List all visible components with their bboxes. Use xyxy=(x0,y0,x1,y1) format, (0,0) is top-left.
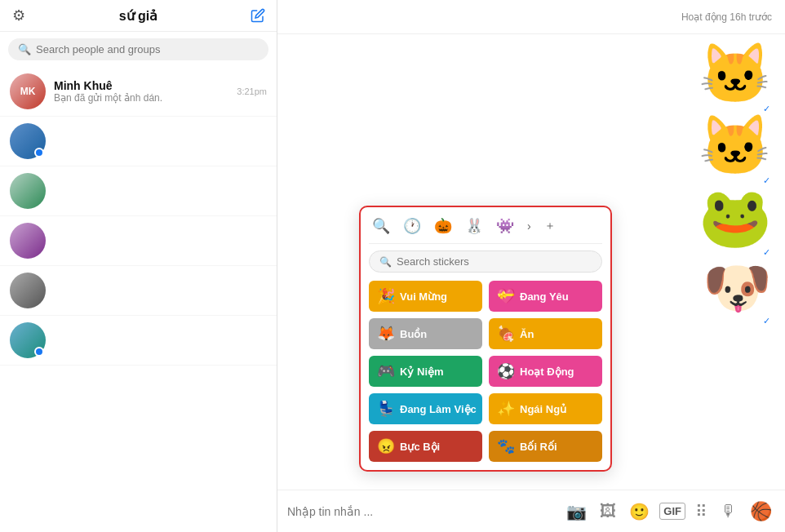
sticker-cat-ngu-button[interactable]: ✨ Ngái Ngủ xyxy=(489,393,602,424)
contact-preview: Bạn đã gửi một ảnh dán. xyxy=(54,92,230,104)
search-bar: 🔍 xyxy=(0,32,277,67)
sidebar-header: ⚙ sứ giả xyxy=(0,0,277,32)
sticker-cat-hoat-button[interactable]: ⚽ Hoạt Động xyxy=(489,356,602,387)
camera-icon[interactable]: 📷 xyxy=(563,500,590,523)
cat-vui-icon: 🎉 xyxy=(377,287,395,305)
cat-an-label: Ăn xyxy=(520,328,534,340)
cat-an-icon: 🍖 xyxy=(497,325,515,343)
settings-icon[interactable]: ⚙ xyxy=(10,7,28,24)
cat-yeu-label: Đang Yêu xyxy=(520,290,569,303)
cat-ngu-label: Ngái Ngủ xyxy=(520,403,566,415)
cat-ky-label: Kỷ Niệm xyxy=(400,366,444,378)
sticker-message-2: 🐱 ✓ xyxy=(290,116,772,175)
sticker-cat-buc-button[interactable]: 😠 Bực Bội xyxy=(369,431,482,462)
cat-buc-label: Bực Bội xyxy=(400,441,440,453)
avatar-wrap xyxy=(10,273,46,308)
avatar xyxy=(10,223,46,259)
sticker-search-bar: 🔍 xyxy=(369,250,602,273)
contact-item[interactable] xyxy=(0,316,277,366)
sticker-cat-lam-button[interactable]: 💺 Đang Làm Việc xyxy=(369,393,482,424)
message-input[interactable] xyxy=(287,505,557,518)
more-packs-icon[interactable]: › xyxy=(524,218,534,234)
avatar: MK xyxy=(10,73,46,109)
chat-header: Hoạt động 16h trước xyxy=(277,0,785,34)
cat-buon-label: Buồn xyxy=(400,328,427,340)
chat-input-bar: 📷 🖼 🙂 GIF ⠿ 🎙 🏀 xyxy=(277,490,785,532)
sticker-icon[interactable]: 🏀 xyxy=(747,499,775,524)
contact-list: MK Minh Khuê Bạn đã gửi một ảnh dán. 3:2… xyxy=(0,67,277,532)
cat-boi-icon: 🐾 xyxy=(497,437,515,455)
cat-buc-icon: 😠 xyxy=(377,437,395,455)
contact-item[interactable] xyxy=(0,117,277,166)
sticker-cat-an-button[interactable]: 🍖 Ăn xyxy=(489,318,602,349)
sidebar: ⚙ sứ giả 🔍 MK Minh Khuê Bạn đã gửi một ả… xyxy=(0,0,277,532)
online-indicator xyxy=(34,148,44,157)
cat-boi-label: Bối Rối xyxy=(520,441,557,453)
compose-icon[interactable] xyxy=(249,7,267,24)
avatar-wrap: MK xyxy=(10,73,46,109)
online-indicator xyxy=(34,347,44,357)
sticker-cat-boi-button[interactable]: 🐾 Bối Rối xyxy=(489,431,602,462)
emoji-icon[interactable]: 🙂 xyxy=(626,500,653,523)
avatar-wrap xyxy=(10,322,46,358)
avatar-wrap xyxy=(10,123,46,159)
sticker-tabs: 🔍 🕐 🎃 🐰 👾 › ＋ xyxy=(369,215,602,244)
sticker-cat-ky-button[interactable]: 🎮 Kỷ Niệm xyxy=(369,356,482,387)
cat-yeu-icon: 💝 xyxy=(497,287,515,305)
recent-tab[interactable]: 🕐 xyxy=(400,215,424,237)
search-input-wrap: 🔍 xyxy=(8,38,268,60)
sticker-cat-eating: 🐱 xyxy=(699,44,772,103)
search-input[interactable] xyxy=(36,43,259,55)
sticker-cat-vui-button[interactable]: 🎉 Vui Mừng xyxy=(369,281,482,312)
sticker-cat-buon-button[interactable]: 🦊 Buồn xyxy=(369,318,482,349)
pack-tab-1[interactable]: 🎃 xyxy=(431,215,455,237)
cat-ngu-icon: ✨ xyxy=(497,400,515,418)
search-icon: 🔍 xyxy=(18,43,31,55)
cat-lam-label: Đang Làm Việc xyxy=(400,403,477,415)
cat-lam-icon: 💺 xyxy=(377,400,395,418)
apps-icon[interactable]: ⠿ xyxy=(692,500,711,523)
image-icon[interactable]: 🖼 xyxy=(597,500,619,522)
contact-item[interactable] xyxy=(0,166,277,216)
message-read-indicator: ✓ xyxy=(763,316,770,326)
sticker-panel: 🔍 🕐 🎃 🐰 👾 › ＋ 🔍 🎉 Vui Mừng 💝 Đan xyxy=(359,206,612,472)
pack-tab-2[interactable]: 🐰 xyxy=(462,215,486,237)
cat-ky-icon: 🎮 xyxy=(377,362,395,380)
chat-messages: 🐱 ✓ 🐱 ✓ 🐸 ✓ 🐶 ✓ xyxy=(277,34,785,490)
contact-time: 3:21pm xyxy=(237,86,267,96)
main-chat: Hoạt động 16h trước 🐱 ✓ 🐱 ✓ 🐸 ✓ xyxy=(277,0,785,532)
contact-item[interactable]: MK Minh Khuê Bạn đã gửi một ảnh dán. 3:2… xyxy=(0,67,277,117)
sticker-search-icon: 🔍 xyxy=(379,256,392,268)
sticker-message-1: 🐱 ✓ xyxy=(290,44,772,103)
last-active-text: Hoạt động 16h trước xyxy=(681,11,772,23)
cat-vui-label: Vui Mừng xyxy=(400,290,447,303)
avatar-wrap xyxy=(10,173,46,209)
cat-hoat-icon: ⚽ xyxy=(497,362,515,380)
sidebar-title: sứ giả xyxy=(119,8,158,24)
sticker-category-grid: 🎉 Vui Mừng 💝 Đang Yêu 🦊 Buồn 🍖 Ăn 🎮 xyxy=(369,281,602,462)
pack-tab-3[interactable]: 👾 xyxy=(493,215,517,237)
add-pack-icon[interactable]: ＋ xyxy=(541,217,559,235)
contact-item[interactable] xyxy=(0,216,277,266)
gif-icon[interactable]: GIF xyxy=(659,503,685,520)
voice-icon[interactable]: 🎙 xyxy=(717,500,740,522)
sticker-frog: 🐸 xyxy=(699,188,772,246)
avatar-wrap xyxy=(10,223,46,259)
sticker-search-input[interactable] xyxy=(397,255,592,268)
contact-info: Minh Khuê Bạn đã gửi một ảnh dán. xyxy=(54,79,230,104)
contact-name: Minh Khuê xyxy=(54,79,230,92)
sticker-dog: 🐶 xyxy=(703,259,772,315)
search-tab[interactable]: 🔍 xyxy=(369,215,393,237)
avatar xyxy=(10,173,46,209)
avatar xyxy=(10,273,46,308)
sticker-cat-yeu-button[interactable]: 💝 Đang Yêu xyxy=(489,281,602,312)
sticker-cat-pancakes: 🐱 xyxy=(699,116,772,175)
cat-buon-icon: 🦊 xyxy=(377,325,395,343)
cat-hoat-label: Hoạt Động xyxy=(520,366,574,378)
contact-item[interactable] xyxy=(0,266,277,316)
